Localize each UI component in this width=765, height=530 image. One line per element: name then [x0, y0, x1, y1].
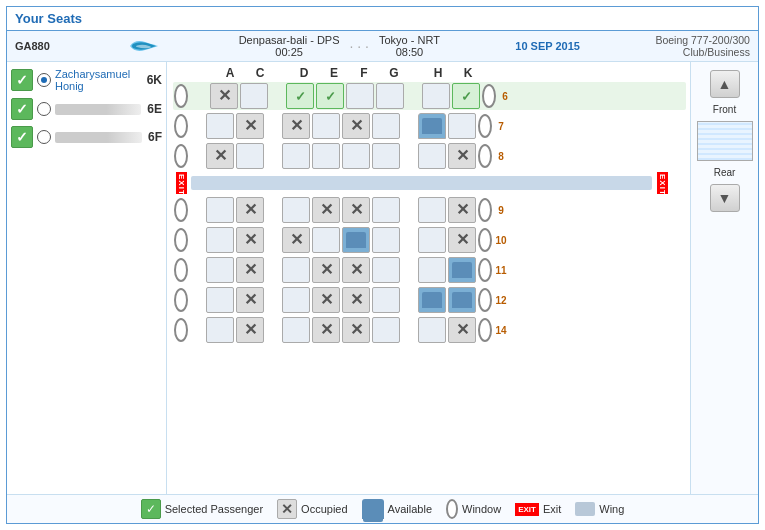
seat-9d[interactable] — [282, 197, 310, 223]
legend-exit-label: Exit — [543, 503, 561, 515]
window-left-8 — [174, 144, 188, 168]
seat-6d[interactable]: ✓ — [286, 83, 314, 109]
seat-14a[interactable] — [206, 317, 234, 343]
seat-7e[interactable] — [312, 113, 340, 139]
flight-number: GA880 — [15, 40, 50, 52]
seat-row-6: ✕ ✓ ✓ — [173, 82, 686, 110]
seat-11d[interactable] — [282, 257, 310, 283]
seat-9h[interactable] — [418, 197, 446, 223]
seat-6h[interactable] — [422, 83, 450, 109]
passenger-radio-3[interactable] — [37, 130, 51, 144]
legend-wing-icon — [575, 502, 595, 516]
seat-10k[interactable]: ✕ — [448, 227, 476, 253]
window-right-7 — [478, 114, 492, 138]
seat-11k[interactable] — [448, 257, 476, 283]
seat-row-8: ✕ ✕ 8 — [173, 142, 686, 170]
seat-10f[interactable] — [342, 227, 370, 253]
window-left-14 — [174, 318, 188, 342]
seat-14g[interactable] — [372, 317, 400, 343]
seat-11e[interactable]: ✕ — [312, 257, 340, 283]
seat-14f[interactable]: ✕ — [342, 317, 370, 343]
seat-8a[interactable]: ✕ — [206, 143, 234, 169]
col-g: G — [379, 66, 409, 80]
seat-10e[interactable] — [312, 227, 340, 253]
seat-12e[interactable]: ✕ — [312, 287, 340, 313]
seat-7c[interactable]: ✕ — [236, 113, 264, 139]
seat-11h[interactable] — [418, 257, 446, 283]
passenger-radio-2[interactable] — [37, 102, 51, 116]
passenger-seat-2: 6E — [147, 102, 162, 116]
legend-check-icon: ✓ — [141, 499, 161, 519]
seat-14d[interactable] — [282, 317, 310, 343]
seat-12d[interactable] — [282, 287, 310, 313]
seat-7h[interactable] — [418, 113, 446, 139]
seat-11a[interactable] — [206, 257, 234, 283]
seat-10a[interactable] — [206, 227, 234, 253]
seat-14h[interactable] — [418, 317, 446, 343]
passenger-name-2 — [55, 104, 141, 115]
passenger-row-2[interactable]: ✓ 6E — [11, 98, 162, 120]
seat-14k[interactable]: ✕ — [448, 317, 476, 343]
seat-9k[interactable]: ✕ — [448, 197, 476, 223]
seat-14c[interactable]: ✕ — [236, 317, 264, 343]
seat-9f[interactable]: ✕ — [342, 197, 370, 223]
seat-8f[interactable] — [342, 143, 370, 169]
seat-6g[interactable] — [376, 83, 404, 109]
main-area: ✓ ZacharysamuelHonig 6K ✓ 6E ✓ 6F — [7, 62, 758, 494]
seat-14e[interactable]: ✕ — [312, 317, 340, 343]
seat-8d[interactable] — [282, 143, 310, 169]
seat-10g[interactable] — [372, 227, 400, 253]
seat-7k[interactable] — [448, 113, 476, 139]
seat-9g[interactable] — [372, 197, 400, 223]
seat-rows: ✕ ✓ ✓ — [173, 82, 686, 344]
seat-8e[interactable] — [312, 143, 340, 169]
seat-8g[interactable] — [372, 143, 400, 169]
rear-button[interactable]: ▼ — [710, 184, 740, 212]
passenger-seat-3: 6F — [148, 130, 162, 144]
dest-route: Tokyo - NRT 08:50 — [379, 34, 440, 58]
seat-10h[interactable] — [418, 227, 446, 253]
legend-available-label: Available — [388, 503, 432, 515]
col-c: C — [245, 66, 275, 80]
seat-9c[interactable]: ✕ — [236, 197, 264, 223]
passenger-radio-1[interactable] — [37, 73, 51, 87]
seat-11g[interactable] — [372, 257, 400, 283]
seat-6c[interactable] — [240, 83, 268, 109]
seat-11f[interactable]: ✕ — [342, 257, 370, 283]
seat-7f[interactable]: ✕ — [342, 113, 370, 139]
seat-8c[interactable] — [236, 143, 264, 169]
seat-12c[interactable]: ✕ — [236, 287, 264, 313]
seat-6f[interactable] — [346, 83, 374, 109]
seat-9e[interactable]: ✕ — [312, 197, 340, 223]
seat-7d[interactable]: ✕ — [282, 113, 310, 139]
seat-7g[interactable] — [372, 113, 400, 139]
seat-12a[interactable] — [206, 287, 234, 313]
seat-12k[interactable] — [448, 287, 476, 313]
seat-10c[interactable]: ✕ — [236, 227, 264, 253]
passenger-row-1[interactable]: ✓ ZacharysamuelHonig 6K — [11, 68, 162, 92]
legend-wing: Wing — [575, 502, 624, 516]
seat-6k[interactable]: ✓ — [452, 83, 480, 109]
col-k: K — [453, 66, 483, 80]
window-right-8 — [478, 144, 492, 168]
legend-bar: ✓ Selected Passenger ✕ Occupied Availabl… — [7, 494, 758, 523]
seat-12f[interactable]: ✕ — [342, 287, 370, 313]
seat-10d[interactable]: ✕ — [282, 227, 310, 253]
col-e: E — [319, 66, 349, 80]
col-h: H — [423, 66, 453, 80]
seat-6a[interactable]: ✕ — [210, 83, 238, 109]
seat-8h[interactable] — [418, 143, 446, 169]
legend-available: Available — [362, 499, 432, 519]
seat-12h[interactable] — [418, 287, 446, 313]
window-right-12 — [478, 288, 492, 312]
seat-8k[interactable]: ✕ — [448, 143, 476, 169]
seat-11c[interactable]: ✕ — [236, 257, 264, 283]
seat-12g[interactable] — [372, 287, 400, 313]
seat-7a[interactable] — [206, 113, 234, 139]
seat-6e[interactable]: ✓ — [316, 83, 344, 109]
passenger-row-3[interactable]: ✓ 6F — [11, 126, 162, 148]
front-button[interactable]: ▲ — [710, 70, 740, 98]
rear-label: Rear — [714, 167, 736, 178]
seat-9a[interactable] — [206, 197, 234, 223]
col-d: D — [289, 66, 319, 80]
